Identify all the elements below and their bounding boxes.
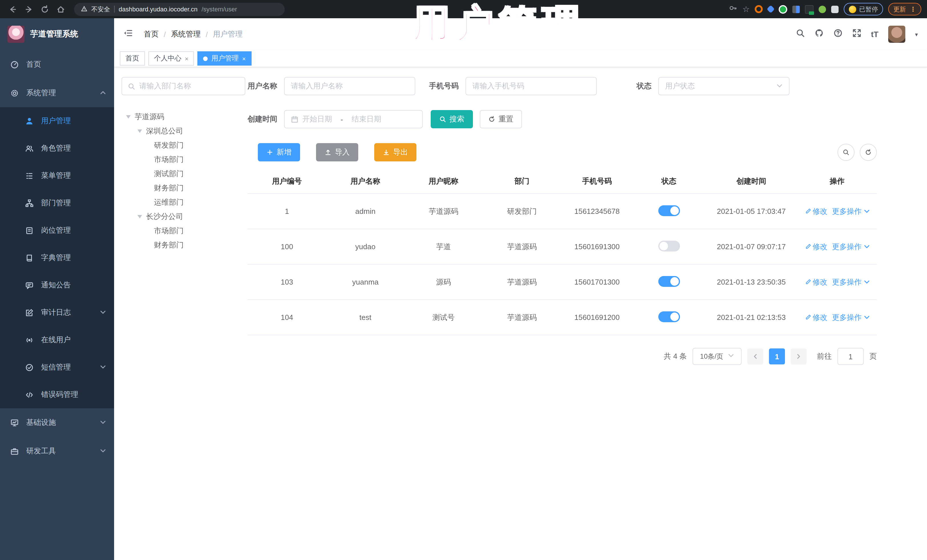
profile-paused-badge[interactable]: 已暂停	[844, 3, 883, 15]
sidebar-item-infrastructure[interactable]: 基础设施	[0, 408, 114, 437]
github-icon[interactable]	[815, 29, 824, 40]
extension-orange-icon[interactable]	[755, 5, 763, 13]
sidebar-item-online-users[interactable]: 在线用户	[0, 326, 114, 354]
extensions-puzzle-icon[interactable]	[831, 5, 839, 13]
bookmark-star-icon[interactable]: ☆	[742, 5, 749, 13]
tree-node[interactable]: 市场部门	[122, 152, 245, 167]
mobile-input[interactable]: 请输入手机号码	[465, 77, 597, 95]
tab-home[interactable]: 首页	[120, 51, 145, 65]
total-count: 共 4 条	[664, 351, 687, 361]
tree-node[interactable]: 深圳总公司	[122, 124, 245, 138]
extension-green-icon[interactable]	[779, 5, 787, 14]
extension-leaf-icon[interactable]	[819, 5, 826, 13]
chevron-down-icon	[863, 243, 870, 250]
tree-node[interactable]: 运维部门	[122, 195, 245, 209]
page-number-current[interactable]: 1	[769, 348, 785, 364]
sidebar-item-roles[interactable]: 角色管理	[0, 135, 114, 162]
sidebar-item-system[interactable]: 系统管理	[0, 79, 114, 107]
browser-home-icon[interactable]	[54, 2, 67, 16]
status-toggle[interactable]	[658, 276, 680, 287]
app-logo-row[interactable]: 芋道管理系统	[0, 18, 114, 50]
chrome-update-button[interactable]: 更新 ⋮	[888, 3, 921, 15]
page-size-select[interactable]: 10条/页	[693, 348, 742, 365]
add-button[interactable]: 新增	[258, 143, 300, 161]
more-actions-link[interactable]: 更多操作	[832, 312, 870, 322]
next-page-button[interactable]	[791, 348, 807, 364]
prev-page-button[interactable]	[747, 348, 763, 364]
font-size-icon[interactable]: tT	[871, 30, 878, 39]
table-header-row: 用户编号 用户名称 用户昵称 部门 手机号码 状态 创建时间 操作	[248, 169, 877, 194]
refresh-icon	[488, 116, 495, 123]
date-range-input[interactable]: 开始日期 - 结束日期	[284, 110, 423, 128]
password-key-icon[interactable]	[729, 4, 737, 14]
caret-down-icon[interactable]	[126, 115, 131, 118]
goto-page-input[interactable]	[837, 348, 864, 365]
fullscreen-icon[interactable]	[852, 29, 862, 40]
browser-forward-icon[interactable]	[22, 2, 35, 16]
sidebar-item-sms[interactable]: 短信管理	[0, 354, 114, 381]
reset-button[interactable]: 重置	[480, 110, 522, 128]
tab-profile[interactable]: 个人中心 ×	[148, 51, 194, 65]
users-icon	[25, 144, 33, 153]
user-avatar[interactable]	[888, 26, 905, 43]
status-select[interactable]: 用户状态	[658, 77, 790, 95]
show-search-button[interactable]	[837, 144, 854, 161]
breadcrumb-home[interactable]: 首页	[144, 29, 159, 39]
sidebar-item-menus[interactable]: 菜单管理	[0, 162, 114, 189]
breadcrumb-system[interactable]: 系统管理	[171, 29, 201, 39]
export-button[interactable]: 导出	[374, 143, 416, 161]
tree-node[interactable]: 财务部门	[122, 238, 245, 252]
tree-node[interactable]: 研发部门	[122, 138, 245, 152]
sidebar-item-users[interactable]: 用户管理	[0, 107, 114, 135]
status-toggle[interactable]	[658, 205, 680, 216]
edit-link[interactable]: 修改	[805, 206, 827, 216]
extension-grid-icon[interactable]	[792, 5, 800, 13]
sidebar-item-posts[interactable]: 岗位管理	[0, 217, 114, 244]
browser-menu-icon[interactable]: ⋮	[910, 5, 916, 13]
sidebar-item-error-codes[interactable]: 错误码管理	[0, 381, 114, 408]
sidebar-item-audit-log[interactable]: 审计日志	[0, 299, 114, 326]
caret-down-icon[interactable]	[137, 215, 142, 218]
avatar-caret-icon[interactable]: ▾	[915, 31, 918, 37]
status-toggle[interactable]	[658, 240, 680, 251]
username-input[interactable]: 请输入用户名称	[284, 77, 415, 95]
more-actions-link[interactable]: 更多操作	[832, 277, 870, 287]
tree-node[interactable]: 测试部门	[122, 167, 245, 181]
search-button[interactable]: 搜索	[431, 110, 473, 128]
browser-back-icon[interactable]	[6, 2, 20, 16]
tab-user-management[interactable]: 用户管理 ×	[198, 51, 252, 65]
sidebar-item-dict[interactable]: 字典管理	[0, 244, 114, 272]
edit-link[interactable]: 修改	[805, 241, 827, 252]
sidebar-item-home[interactable]: 首页	[0, 50, 114, 79]
dept-search-input[interactable]: 请输入部门名称	[122, 77, 245, 95]
tree-node[interactable]: 市场部门	[122, 223, 245, 238]
browser-reload-icon[interactable]	[38, 2, 51, 16]
sidebar-item-dev-tools[interactable]: 研发工具	[0, 437, 114, 465]
import-button[interactable]: 导入	[316, 143, 358, 161]
edit-link[interactable]: 修改	[805, 312, 827, 322]
collapse-menu-icon[interactable]	[123, 28, 134, 41]
extension-onoff-icon[interactable]	[805, 5, 813, 14]
tree-node[interactable]: 财务部门	[122, 181, 245, 195]
address-bar[interactable]: 不安全 dashboard.yudao.iocoder.cn/system/us…	[74, 3, 285, 16]
close-icon[interactable]: ×	[242, 55, 246, 62]
edit-link[interactable]: 修改	[805, 277, 827, 287]
help-icon[interactable]	[833, 29, 843, 40]
tree-node[interactable]: 长沙分公司	[122, 209, 245, 223]
sidebar-item-depts[interactable]: 部门管理	[0, 189, 114, 217]
caret-down-icon[interactable]	[137, 129, 142, 133]
status-toggle[interactable]	[658, 311, 680, 322]
sidebar-item-notice[interactable]: 通知公告	[0, 272, 114, 299]
search-icon[interactable]	[796, 29, 805, 40]
tree-node[interactable]: 芋道源码	[122, 109, 245, 124]
more-actions-link[interactable]: 更多操作	[832, 241, 870, 252]
cell-mobile: 15601691200	[561, 300, 633, 335]
refresh-table-button[interactable]	[860, 144, 877, 161]
dashboard-icon	[10, 60, 19, 69]
reset-button-label: 重置	[498, 114, 514, 124]
more-actions-link[interactable]: 更多操作	[832, 206, 870, 216]
sidebar-item-label: 用户管理	[41, 116, 71, 126]
close-icon[interactable]: ×	[185, 55, 188, 62]
pencil-icon	[805, 243, 811, 250]
extension-blue-icon[interactable]	[767, 5, 775, 13]
